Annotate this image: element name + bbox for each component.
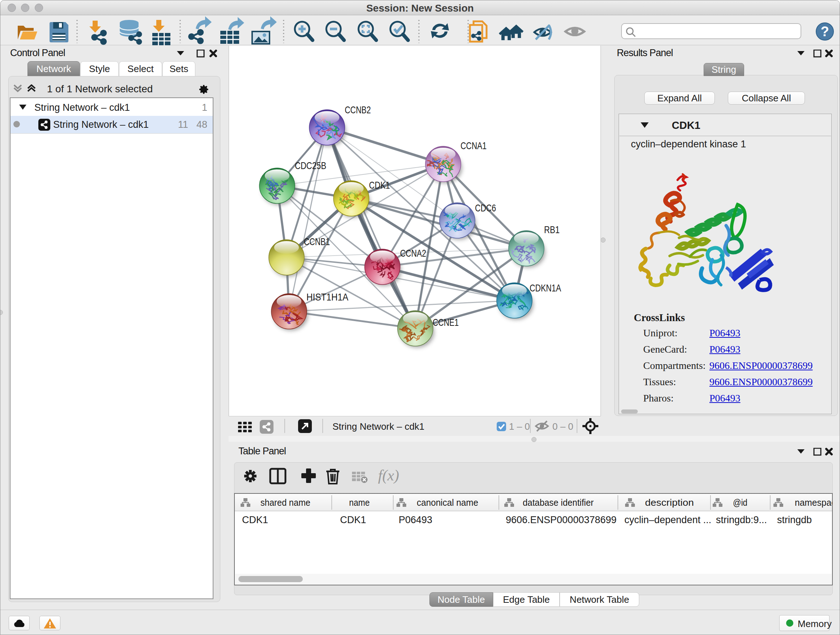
svg-text:CCNA2: CCNA2 [400, 248, 426, 259]
svg-text:name: name [349, 497, 370, 508]
svg-text:f(x): f(x) [378, 467, 399, 484]
svg-text:CDC25B: CDC25B [295, 160, 326, 171]
svg-text:database identifier: database identifier [523, 497, 594, 508]
svg-text:namespace: namespace [795, 497, 832, 508]
svg-text:CDC6: CDC6 [475, 203, 496, 214]
svg-text:?: ? [821, 24, 829, 39]
svg-text:CDKN1A: CDKN1A [530, 282, 561, 294]
svg-text:CCNB2: CCNB2 [345, 104, 371, 116]
svg-text:CCNB1: CCNB1 [304, 236, 330, 247]
svg-text:@id: @id [733, 497, 747, 508]
svg-text:CCNE1: CCNE1 [433, 317, 459, 328]
svg-text:description: description [645, 497, 694, 508]
svg-text:canonical name: canonical name [417, 497, 478, 508]
svg-text:HIST1H1A: HIST1H1A [306, 291, 348, 302]
svg-text:RB1: RB1 [544, 224, 560, 235]
svg-text:shared name: shared name [261, 497, 310, 508]
svg-text:CCNA1: CCNA1 [461, 140, 486, 151]
svg-text:CDK1: CDK1 [369, 180, 390, 191]
